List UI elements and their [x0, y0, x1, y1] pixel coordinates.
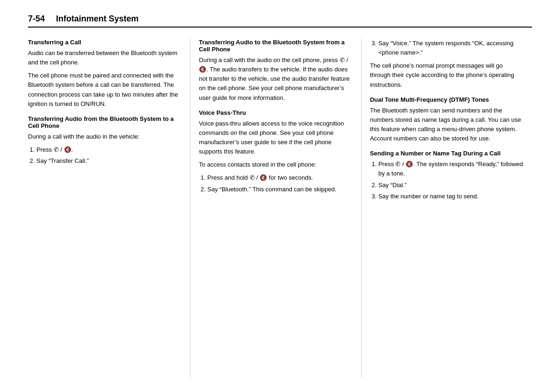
voice-passthru-heading: Voice Pass-Thru — [199, 109, 352, 116]
page-container: 7-54 Infotainment System Transferring a … — [0, 0, 560, 392]
audio-bluetooth-to-cell-heading: Transferring Audio from the Bluetooth Sy… — [28, 115, 182, 129]
transferring-call-step1: Press ✆ / 🔇. — [36, 145, 182, 154]
transferring-call-para2: The cell phone must be paired and connec… — [28, 71, 182, 109]
col3-step3: Say “Voice.” The system responds “OK, ac… — [378, 39, 524, 57]
voice-passthru-steps: Press and hold ✆ / 🔇 for two seconds. Sa… — [207, 173, 352, 194]
transferring-call-heading: Transferring a Call — [28, 39, 182, 46]
audio-bluetooth-to-cell-intro: During a call with the audio in the vehi… — [28, 132, 182, 141]
transferring-call-step2: Say “Transfer Call.” — [36, 156, 182, 166]
page-header: 7-54 Infotainment System — [28, 14, 532, 28]
column-1: Transferring a Call Audio can be transfe… — [28, 39, 190, 378]
dtmf-para: The Bluetooth system can send numbers an… — [370, 106, 524, 144]
page-number: 7-54 — [28, 14, 45, 24]
sending-number-step1: Press ✆ / 🔇. The system responds “Ready,… — [378, 160, 524, 178]
voice-passthru-para1: Voice pass-thru allows access to the voi… — [199, 119, 352, 157]
dtmf-heading: Dual Tone Multi-Frequency (DTMF) Tones — [370, 96, 524, 103]
voice-passthru-step2: Say “Bluetooth.” This command can be ski… — [207, 185, 352, 194]
voice-passthru-step1: Press and hold ✆ / 🔇 for two seconds. — [207, 173, 352, 182]
transferring-call-steps: Press ✆ / 🔇. Say “Transfer Call.” — [36, 145, 182, 166]
audio-cell-to-bluetooth-para: During a call with the audio on the cell… — [199, 56, 352, 103]
sending-number-steps: Press ✆ / 🔇. The system responds “Ready,… — [378, 160, 524, 201]
sending-number-step3: Say the number or name tag to send. — [378, 192, 524, 201]
voice-passthru-para2: To access contacts stored in the cell ph… — [199, 160, 352, 169]
audio-cell-to-bluetooth-heading: Transferring Audio to the Bluetooth Syst… — [199, 39, 352, 53]
col3-normal-prompt: The cell phone’s normal prompt messages … — [370, 61, 524, 89]
page-title: Infotainment System — [56, 14, 139, 24]
col3-step3-list: Say “Voice.” The system responds “OK, ac… — [378, 39, 524, 57]
column-2: Transferring Audio to the Bluetooth Syst… — [199, 39, 361, 378]
sending-number-step2: Say “Dial.” — [378, 181, 524, 190]
content-area: Transferring a Call Audio can be transfe… — [28, 39, 532, 378]
sending-number-heading: Sending a Number or Name Tag During a Ca… — [370, 150, 524, 157]
column-3: Say “Voice.” The system responds “OK, ac… — [370, 39, 532, 378]
transferring-call-para1: Audio can be transferred between the Blu… — [28, 49, 182, 67]
